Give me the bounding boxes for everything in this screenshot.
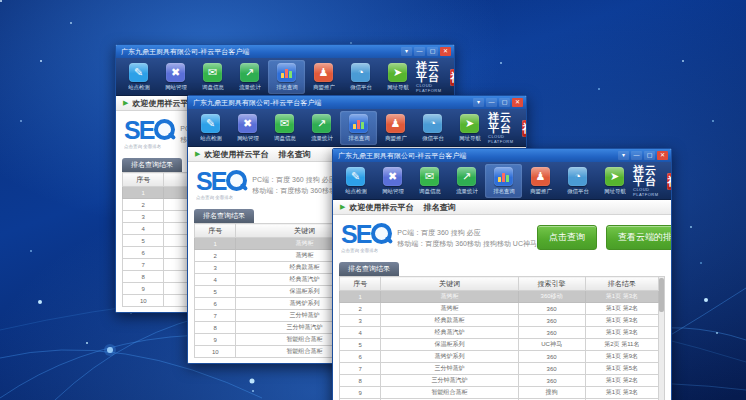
- toolbar-item-label: 网址导航: [604, 187, 626, 195]
- table-row[interactable]: 7三分钟蒸炉360第1页 第5名: [340, 363, 659, 375]
- traffic-stats-icon: ↗: [312, 114, 331, 133]
- skin-button[interactable]: ▾: [473, 98, 484, 107]
- table-row[interactable]: 6蒸烤炉系列360第1页 第9名: [340, 351, 659, 363]
- toolbar-item-traffic-stats[interactable]: ↗流量统计: [303, 111, 340, 145]
- toolbar-item-alliance-promo[interactable]: ♟商盟推广: [522, 164, 559, 198]
- toolbar-item-alliance-promo[interactable]: ♟商盟推广: [305, 60, 342, 94]
- desktop-background: 广东九鼎王厨具有限公司-祥云平台客户端 ▾ — ▢ ✕ ✎站点检测✖网站管理✉询…: [0, 0, 746, 400]
- toolbar-item-label: 流量统计: [311, 134, 333, 142]
- toolbar-item-traffic-stats[interactable]: ↗流量统计: [448, 164, 485, 198]
- toolbar-item-label: 询盘信息: [419, 187, 441, 195]
- row-keyword: 蒸烤柜: [381, 291, 518, 303]
- row-engine: 搜狗: [518, 387, 585, 399]
- toolbar-item-label: 微信平台: [422, 134, 444, 142]
- toolbar-item-site-check[interactable]: ✎站点检测: [120, 60, 157, 94]
- table-row[interactable]: 8三分钟蒸汽炉360第1页 第2名: [340, 375, 659, 387]
- cloud-ranking-button[interactable]: 查看云端的排名: [606, 225, 672, 250]
- inquiry-info-icon: ✉: [420, 167, 439, 186]
- inquiry-info-icon: ✉: [203, 63, 222, 82]
- magnifier-icon: [152, 118, 176, 142]
- maximize-button[interactable]: ▢: [644, 151, 655, 160]
- play-arrow-icon: ▶: [195, 147, 200, 161]
- main-toolbar: ✎站点检测✖网站管理✉询盘信息↗流量统计排名查询♟商盟推广◔微信平台➤网址导航 …: [116, 58, 454, 96]
- maximize-button[interactable]: ▢: [499, 98, 510, 107]
- close-button[interactable]: ✕: [512, 98, 523, 107]
- toolbar-item-site-manage[interactable]: ✖网站管理: [157, 60, 194, 94]
- toolbar-item-wechat-platform[interactable]: ◔微信平台: [414, 111, 451, 145]
- toolbar-item-site-manage[interactable]: ✖网站管理: [374, 164, 411, 198]
- row-rank: 第1页 第3名: [585, 315, 658, 327]
- skin-button[interactable]: ▾: [618, 151, 629, 160]
- app-window-3[interactable]: 广东九鼎王厨具有限公司-祥云平台客户端 ▾ — ▢ ✕ ✎站点检测✖网站管理✉询…: [332, 148, 672, 400]
- toolbar-item-site-nav[interactable]: ➤网址导航: [596, 164, 633, 198]
- engine-info: PC端：百度 360 搜狗 必应 移动端：百度移动 360移动 搜狗移动 UC神…: [393, 227, 537, 249]
- results-tab[interactable]: 排名查询结果: [194, 209, 254, 223]
- toolbar-item-label: 流量统计: [239, 83, 261, 91]
- row-engine: 360: [518, 303, 585, 315]
- toolbar-item-site-check[interactable]: ✎站点检测: [337, 164, 374, 198]
- toolbar-items: ✎站点检测✖网站管理✉询盘信息↗流量统计排名查询♟商盟推广◔微信平台➤网址导航: [120, 60, 416, 94]
- site-check-icon: ✎: [201, 114, 220, 133]
- table-row[interactable]: 3经典款蒸柜360第1页 第3名: [340, 315, 659, 327]
- row-engine: 360: [518, 375, 585, 387]
- pc-engines-line: PC端：百度 360 搜狗 必应: [397, 227, 537, 238]
- rank-query-icon: [494, 167, 513, 186]
- row-engine: 360: [518, 327, 585, 339]
- window-title: 广东九鼎王厨具有限公司-祥云平台客户端: [193, 96, 473, 109]
- table-row[interactable]: 4经典蒸汽炉360第1页 第3名: [340, 327, 659, 339]
- close-button[interactable]: ✕: [657, 151, 668, 160]
- column-header[interactable]: 序号: [340, 277, 381, 291]
- minimize-button[interactable]: —: [486, 98, 497, 107]
- toolbar-item-alliance-promo[interactable]: ♟商盟推广: [377, 111, 414, 145]
- toolbar-item-site-nav[interactable]: ➤网址导航: [379, 60, 416, 94]
- scrollbar-thumb[interactable]: [659, 278, 664, 312]
- wechat-platform-icon: ◔: [423, 114, 442, 133]
- row-engine: 360: [518, 363, 585, 375]
- row-no: 4: [195, 274, 236, 286]
- skin-button[interactable]: ▾: [401, 47, 412, 56]
- table-row[interactable]: 1蒸烤柜360移动第1页 第3名: [340, 291, 659, 303]
- toolbar-item-rank-query[interactable]: 排名查询: [485, 164, 522, 198]
- column-header[interactable]: 序号: [123, 173, 164, 187]
- table-row[interactable]: 5保温柜系列UC神马第2页 第11名: [340, 339, 659, 351]
- row-no: 3: [195, 262, 236, 274]
- column-header[interactable]: 序号: [195, 224, 236, 238]
- results-tab[interactable]: 排名查询结果: [122, 158, 182, 172]
- toolbar-item-inquiry-info[interactable]: ✉询盘信息: [411, 164, 448, 198]
- site-nav-icon: ➤: [460, 114, 479, 133]
- toolbar-item-inquiry-info[interactable]: ✉询盘信息: [194, 60, 231, 94]
- toolbar-item-site-nav[interactable]: ➤网址导航: [451, 111, 488, 145]
- column-header[interactable]: 关键词: [381, 277, 518, 291]
- window-titlebar[interactable]: 广东九鼎王厨具有限公司-祥云平台客户端 ▾ — ▢ ✕: [188, 96, 526, 109]
- toolbar-item-wechat-platform[interactable]: ◔微信平台: [342, 60, 379, 94]
- column-header[interactable]: 搜索引擎: [518, 277, 585, 291]
- results-tab[interactable]: 排名查询结果: [339, 262, 399, 276]
- row-no: 1: [195, 238, 236, 250]
- seo-header-row: SE 点击查询 全面排名 PC端：百度 360 搜狗 必应 移动端：百度移动 3…: [333, 219, 671, 257]
- maximize-button[interactable]: ▢: [427, 47, 438, 56]
- toolbar-item-site-check[interactable]: ✎站点检测: [192, 111, 229, 145]
- column-header[interactable]: 排名结果: [585, 277, 658, 291]
- row-rank: 第1页 第3名: [585, 327, 658, 339]
- table-row[interactable]: 2蒸烤柜360第1页 第2名: [340, 303, 659, 315]
- toolbar-item-site-manage[interactable]: ✖网站管理: [229, 111, 266, 145]
- row-keyword: 三分钟蒸炉: [381, 363, 518, 375]
- close-button[interactable]: ✕: [440, 47, 451, 56]
- table-scrollbar[interactable]: [659, 276, 665, 400]
- query-button[interactable]: 点击查询: [537, 225, 597, 250]
- toolbar-item-rank-query[interactable]: 排名查询: [268, 60, 305, 94]
- minimize-button[interactable]: —: [631, 151, 642, 160]
- brand-logo: 祥云平台 CLOUD PLATFORM 祥: [416, 60, 455, 94]
- window-titlebar[interactable]: 广东九鼎王厨具有限公司-祥云平台客户端 ▾ — ▢ ✕: [333, 149, 671, 162]
- row-engine: 360移动: [518, 291, 585, 303]
- row-no: 6: [195, 298, 236, 310]
- window-titlebar[interactable]: 广东九鼎王厨具有限公司-祥云平台客户端 ▾ — ▢ ✕: [116, 45, 454, 58]
- toolbar-item-inquiry-info[interactable]: ✉询盘信息: [266, 111, 303, 145]
- minimize-button[interactable]: —: [414, 47, 425, 56]
- toolbar-item-label: 询盘信息: [202, 83, 224, 91]
- toolbar-item-rank-query[interactable]: 排名查询: [340, 111, 377, 145]
- table-row[interactable]: 9智能组合蒸柜搜狗第1页 第3名: [340, 387, 659, 399]
- alliance-promo-icon: ♟: [314, 63, 333, 82]
- toolbar-item-wechat-platform[interactable]: ◔微信平台: [559, 164, 596, 198]
- toolbar-item-traffic-stats[interactable]: ↗流量统计: [231, 60, 268, 94]
